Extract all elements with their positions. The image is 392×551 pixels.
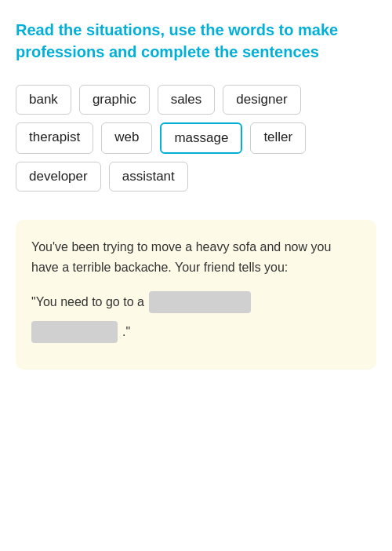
word-chip-massage[interactable]: massage: [160, 122, 242, 154]
word-chip-web[interactable]: web: [101, 122, 152, 154]
word-chip-graphic[interactable]: graphic: [79, 85, 150, 115]
word-bank: bank graphic sales designer therapist we…: [16, 85, 376, 192]
answer-blank-2[interactable]: [31, 321, 118, 343]
answer-line-first: "You need to go to a: [31, 291, 361, 313]
word-chip-therapist[interactable]: therapist: [16, 122, 93, 154]
answer-line-second: .": [31, 321, 361, 343]
word-chip-developer[interactable]: developer: [16, 162, 101, 192]
quote-start-text: "You need to go to a: [31, 295, 144, 309]
instruction-title: Read the situations, use the words to ma…: [16, 19, 376, 63]
word-chip-bank[interactable]: bank: [16, 85, 71, 115]
word-chip-teller[interactable]: teller: [250, 122, 306, 154]
quote-end-text: .": [122, 325, 130, 339]
word-chip-designer[interactable]: designer: [223, 85, 300, 115]
word-chip-sales[interactable]: sales: [158, 85, 216, 115]
scenario-text: You've been trying to move a heavy sofa …: [31, 237, 361, 277]
answer-blank-1[interactable]: [149, 291, 251, 313]
scenario-box: You've been trying to move a heavy sofa …: [16, 220, 376, 370]
word-chip-assistant[interactable]: assistant: [109, 162, 188, 192]
